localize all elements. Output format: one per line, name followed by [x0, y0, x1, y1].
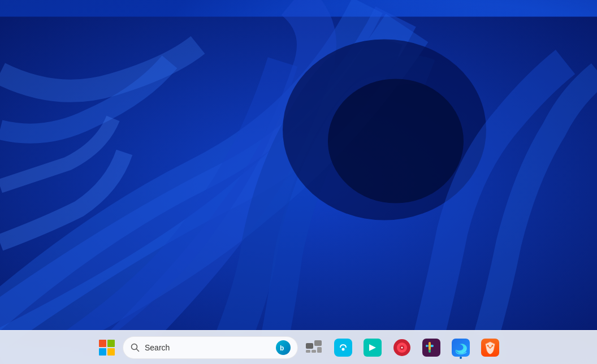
svg-point-12 — [342, 348, 345, 350]
svg-rect-8 — [306, 350, 310, 353]
task-view-icon — [306, 340, 322, 355]
clipchamp-icon — [364, 339, 382, 357]
win-logo-green — [107, 340, 115, 347]
svg-rect-7 — [314, 340, 322, 346]
svg-point-29 — [492, 345, 494, 346]
task-view-button[interactable] — [300, 334, 327, 361]
desktop: Search b — [0, 0, 597, 364]
svg-point-17 — [401, 346, 403, 348]
slack-button[interactable] — [418, 334, 445, 361]
taskbar-items: Search b — [93, 334, 504, 361]
edge-active-indicator — [460, 357, 462, 359]
focusplan-button[interactable] — [388, 334, 416, 361]
search-bar[interactable]: Search b — [123, 336, 298, 359]
edge-button[interactable] — [447, 334, 474, 361]
wallpaper-svg — [0, 0, 597, 364]
slack-icon — [422, 339, 440, 357]
svg-rect-10 — [317, 347, 322, 353]
svg-point-11 — [338, 343, 348, 353]
clipchamp-button[interactable] — [359, 334, 386, 361]
start-button[interactable] — [93, 334, 120, 361]
edge-icon — [452, 339, 470, 357]
svg-rect-18 — [422, 339, 440, 357]
bing-icon: b — [276, 340, 291, 355]
win-logo-blue — [99, 348, 106, 356]
taskbar: Search b — [0, 330, 597, 364]
webex-icon — [334, 339, 352, 357]
svg-line-4 — [137, 349, 139, 351]
focusplan-icon — [393, 339, 411, 357]
svg-point-2 — [328, 79, 464, 203]
svg-rect-25 — [429, 342, 431, 350]
brave-icon — [481, 339, 499, 357]
svg-rect-6 — [306, 343, 313, 349]
win-logo-red — [99, 340, 106, 347]
windows-logo-icon — [99, 340, 115, 356]
svg-text:b: b — [280, 344, 284, 352]
svg-rect-22 — [426, 345, 428, 347]
svg-rect-9 — [312, 350, 316, 353]
search-icon — [130, 343, 140, 353]
svg-point-28 — [487, 345, 489, 346]
webex-button[interactable] — [330, 334, 357, 361]
brave-button[interactable] — [477, 334, 504, 361]
search-label: Search — [145, 343, 271, 352]
win-logo-yellow — [107, 348, 115, 356]
